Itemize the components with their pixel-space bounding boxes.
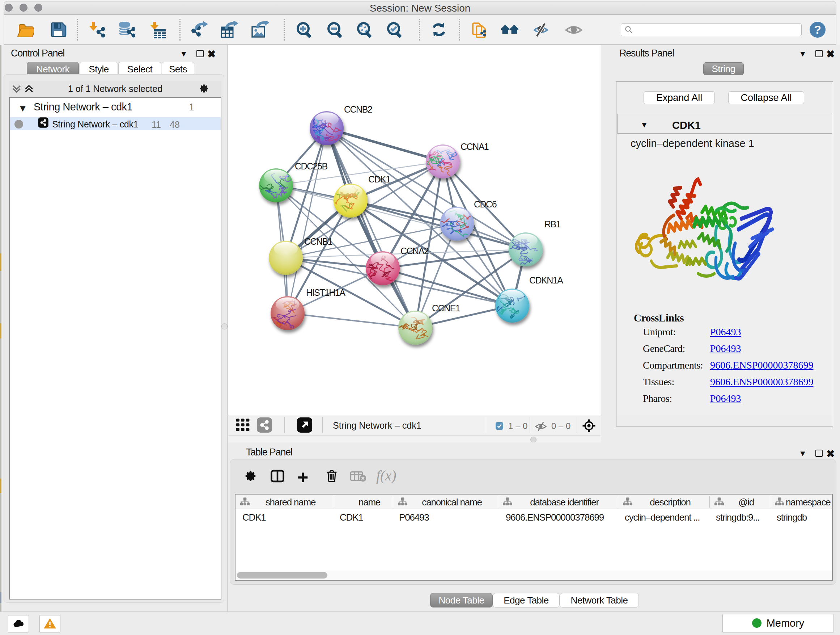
svg-text:RB1: RB1 <box>545 219 561 229</box>
svg-text:CDC25B: CDC25B <box>295 161 327 171</box>
svg-text:CCNA2: CCNA2 <box>401 246 429 256</box>
svg-text:CDK1: CDK1 <box>368 174 390 184</box>
svg-text:CDKN1A: CDKN1A <box>529 275 563 285</box>
svg-text:CCNB1: CCNB1 <box>304 236 332 247</box>
svg-text:HIST1H1A: HIST1H1A <box>306 287 346 298</box>
svg-text:CCNA1: CCNA1 <box>461 141 489 152</box>
svg-text:CCNB2: CCNB2 <box>344 104 372 114</box>
svg-text:CDC6: CDC6 <box>474 199 497 209</box>
svg-text:CCNE1: CCNE1 <box>432 303 460 313</box>
